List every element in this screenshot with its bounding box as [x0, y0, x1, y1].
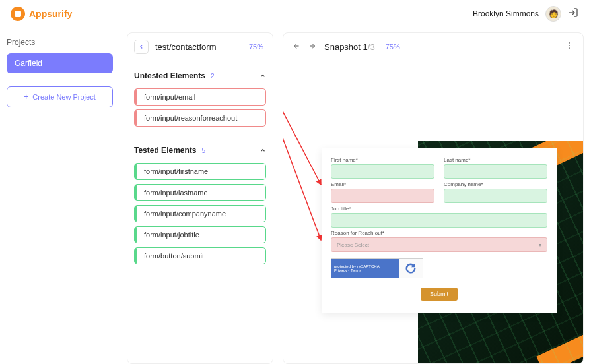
snapshot-body: First name* Last name* Email* Company na…: [283, 62, 583, 363]
panel-title: test/contactform: [155, 42, 216, 52]
tested-list: form/input/firstname form/input/lastname…: [134, 163, 266, 264]
form-card: First name* Last name* Email* Company na…: [322, 148, 557, 313]
svg-point-0: [569, 42, 570, 44]
create-project-label: Create New Project: [32, 93, 95, 101]
back-button[interactable]: [134, 40, 149, 54]
first-name-input[interactable]: [331, 164, 434, 179]
sidebar-heading: Projects: [7, 38, 113, 47]
company-label: Company name*: [444, 181, 547, 187]
elements-panel-header: test/contactform 75%: [134, 40, 266, 54]
untested-title: Untested Elements: [134, 71, 205, 80]
element-item-tested[interactable]: form/input/lastname: [134, 184, 266, 201]
tested-title: Tested Elements: [134, 146, 196, 155]
topbar: Appsurify Brooklyn Simmons 🧑: [0, 0, 589, 28]
tested-section-header[interactable]: Tested Elements 5: [134, 140, 266, 160]
job-title-label: Job title*: [331, 206, 547, 212]
main: test/contactform 75% Untested Elements 2…: [127, 32, 589, 364]
svg-point-1: [569, 45, 570, 46]
snapshot-percent: 75%: [386, 43, 400, 51]
prev-snapshot-button[interactable]: [293, 41, 300, 53]
untested-count: 2: [211, 73, 215, 80]
element-item-untested[interactable]: form/input/email: [134, 88, 266, 106]
element-item-untested[interactable]: form/input/reasonforreachout: [134, 109, 266, 127]
snapshot-panel: Snapshot 1/3 75% First name* Last name*: [283, 32, 584, 364]
tested-count: 5: [201, 147, 205, 154]
panel-percent: 75%: [249, 43, 263, 51]
chevron-down-icon: ▾: [539, 242, 541, 248]
svg-point-2: [569, 47, 570, 49]
plus-icon: +: [24, 92, 28, 102]
recaptcha-icon: [399, 259, 423, 278]
untested-section-header[interactable]: Untested Elements 2: [134, 66, 266, 86]
submit-button[interactable]: Submit: [421, 288, 458, 301]
divider: [127, 135, 273, 135]
brand-logo[interactable]: Appsurify: [11, 7, 72, 21]
last-name-label: Last name*: [444, 157, 547, 163]
first-name-label: First name*: [331, 157, 434, 163]
email-input[interactable]: [331, 189, 434, 203]
job-title-input[interactable]: [331, 213, 547, 228]
create-project-button[interactable]: + Create New Project: [7, 86, 113, 107]
brand-icon: [11, 7, 25, 21]
avatar[interactable]: 🧑: [545, 6, 561, 22]
email-label: Email*: [331, 181, 434, 187]
element-item-tested[interactable]: form/input/companyname: [134, 205, 266, 222]
snapshot-title: Snapshot 1/3: [324, 42, 375, 52]
recaptcha-links[interactable]: Privacy - Terms: [334, 268, 396, 272]
company-name-input[interactable]: [444, 189, 547, 203]
reason-label: Reason for Reach out*: [331, 230, 547, 236]
svg-line-4: [283, 108, 321, 240]
brand-name: Appsurify: [29, 9, 72, 19]
next-snapshot-button[interactable]: [308, 41, 316, 53]
chevron-up-icon: [260, 70, 266, 82]
chevron-up-icon: [260, 144, 266, 156]
svg-line-3: [283, 90, 321, 185]
sidebar: Projects Garfield + Create New Project: [0, 28, 120, 364]
snapshot-header: Snapshot 1/3 75%: [283, 33, 583, 61]
reason-placeholder: Please Select: [337, 242, 369, 248]
element-item-tested[interactable]: form/input/jobtitle: [134, 226, 266, 243]
element-item-tested[interactable]: form/button/submit: [134, 247, 266, 264]
more-menu-button[interactable]: [565, 41, 574, 53]
element-item-tested[interactable]: form/input/firstname: [134, 163, 266, 180]
logout-icon[interactable]: [568, 7, 578, 20]
reason-select[interactable]: Please Select ▾: [331, 237, 547, 252]
recaptcha-badge: protected by reCAPTCHA Privacy - Terms: [331, 258, 423, 278]
sidebar-item-project[interactable]: Garfield: [7, 53, 113, 73]
elements-panel: test/contactform 75% Untested Elements 2…: [127, 32, 273, 364]
untested-list: form/input/email form/input/reasonforrea…: [134, 88, 266, 127]
last-name-input[interactable]: [444, 164, 547, 179]
user-area: Brooklyn Simmons 🧑: [473, 6, 578, 22]
user-name: Brooklyn Simmons: [473, 9, 539, 18]
